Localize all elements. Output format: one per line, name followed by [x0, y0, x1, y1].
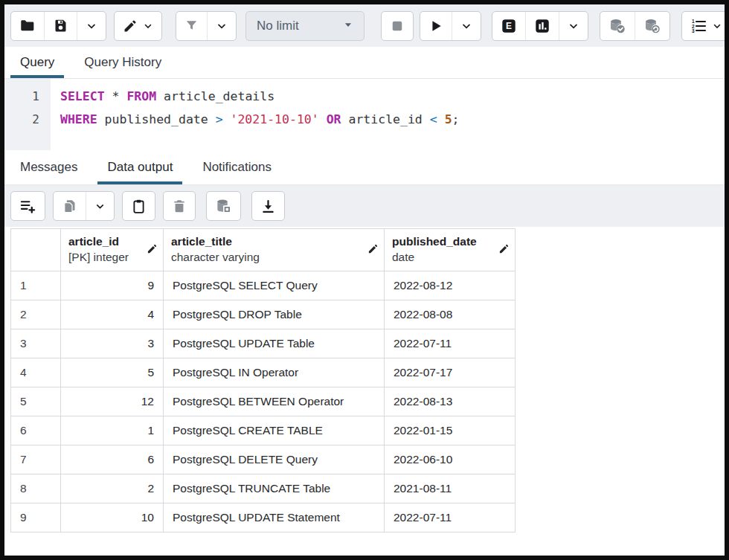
tab-notifications-label: Notifications — [202, 160, 272, 175]
open-file-icon — [19, 18, 36, 34]
tab-data-output[interactable]: Data output — [97, 150, 182, 184]
article-id-cell[interactable]: 2 — [61, 474, 164, 503]
published-date-cell[interactable]: 2022-07-11 — [385, 503, 516, 532]
article-title-cell[interactable]: PostgreSQL UPDATE Statement — [164, 503, 385, 532]
sql-token: OR — [327, 112, 341, 126]
edit-column-icon — [367, 245, 379, 257]
published-date-cell[interactable]: 2022-01-15 — [385, 416, 516, 445]
rollback-button[interactable] — [635, 12, 669, 40]
edit-dropdown-button[interactable] — [115, 12, 161, 40]
column-header-article-id[interactable]: article_id [PK] integer — [61, 229, 164, 271]
article-id-cell[interactable]: 1 — [61, 416, 164, 445]
article-id-cell[interactable]: 3 — [61, 329, 164, 358]
copy-dropdown-button[interactable] — [86, 192, 114, 220]
table-row: 2 4 PostgreSQL DROP Table 2022-08-08 — [11, 300, 516, 329]
tab-messages[interactable]: Messages — [10, 150, 87, 184]
article-title-cell[interactable]: PostgreSQL DROP Table — [164, 300, 385, 329]
sql-code-area[interactable]: SELECT * FROM article_details WHERE publ… — [51, 79, 725, 150]
grid-corner-cell[interactable] — [11, 229, 61, 271]
published-date-cell[interactable]: 2022-08-08 — [385, 300, 516, 329]
commit-button[interactable] — [600, 12, 635, 40]
published-date-cell[interactable]: 2022-08-12 — [385, 271, 516, 300]
row-number-cell[interactable]: 9 — [11, 503, 61, 532]
line-number-gutter: 1 2 — [4, 79, 51, 150]
row-limit-select[interactable]: No limit — [245, 11, 364, 41]
stop-button[interactable] — [382, 12, 413, 40]
stop-button-group — [381, 11, 414, 41]
edit-column-icon — [498, 245, 510, 257]
tab-query-label: Query — [20, 55, 54, 70]
row-number-cell[interactable]: 5 — [11, 387, 61, 416]
transaction-button-group — [600, 11, 670, 41]
table-row: 3 3 PostgreSQL UPDATE Table 2022-07-11 — [11, 329, 516, 358]
published-date-cell[interactable]: 2022-07-17 — [385, 358, 516, 387]
row-number-cell[interactable]: 2 — [11, 300, 61, 329]
macros-button[interactable]: 123 — [682, 12, 729, 40]
open-file-button[interactable] — [11, 12, 44, 40]
explain-button-group: E — [492, 11, 588, 41]
paste-group — [122, 191, 155, 221]
article-id-cell[interactable]: 5 — [61, 358, 164, 387]
published-date-cell[interactable]: 2022-07-11 — [385, 329, 516, 358]
row-number-cell[interactable]: 7 — [11, 445, 61, 474]
row-number-cell[interactable]: 8 — [11, 474, 61, 503]
add-row-button[interactable] — [11, 192, 45, 220]
data-output-grid: article_id [PK] integer article_title ch… — [4, 227, 725, 532]
row-number-cell[interactable]: 4 — [11, 358, 61, 387]
published-date-cell[interactable]: 2021-08-11 — [385, 474, 516, 503]
tab-query[interactable]: Query — [10, 47, 64, 78]
save-file-button[interactable] — [44, 12, 77, 40]
tab-query-history[interactable]: Query History — [74, 47, 171, 78]
filter-button[interactable] — [176, 12, 207, 40]
published-date-cell[interactable]: 2022-08-13 — [385, 387, 516, 416]
save-data-icon — [215, 198, 232, 215]
sql-editor[interactable]: 1 2 SELECT * FROM article_details WHERE … — [4, 79, 725, 150]
explain-analyze-button[interactable] — [525, 12, 559, 40]
column-header-published-date[interactable]: published_date date — [385, 229, 516, 271]
article-id-cell[interactable]: 6 — [61, 445, 164, 474]
delete-group — [163, 191, 196, 221]
chevron-down-icon — [86, 20, 97, 32]
tab-query-history-label: Query History — [84, 55, 161, 70]
article-title-cell[interactable]: PostgreSQL SELECT Query — [164, 271, 385, 300]
column-header-article-title[interactable]: article_title character varying — [164, 229, 385, 271]
edit-column-button[interactable] — [147, 243, 158, 257]
sql-token: published_date — [97, 112, 216, 126]
article-title-cell[interactable]: PostgreSQL CREATE TABLE — [164, 416, 385, 445]
svg-text:E: E — [506, 21, 512, 31]
filter-dropdown-button[interactable] — [207, 12, 236, 40]
article-title-cell[interactable]: PostgreSQL DELETE Query — [164, 445, 385, 474]
article-title-cell[interactable]: PostgreSQL TRUNCATE Table — [164, 474, 385, 503]
row-number-cell[interactable]: 3 — [11, 329, 61, 358]
explain-button[interactable]: E — [492, 12, 525, 40]
add-row-group — [10, 191, 45, 221]
article-title-cell[interactable]: PostgreSQL IN Operator — [164, 358, 385, 387]
sql-token: > — [216, 112, 231, 126]
row-number-cell[interactable]: 6 — [11, 416, 61, 445]
save-data-button[interactable] — [207, 192, 240, 220]
copy-button[interactable] — [54, 192, 86, 220]
article-title-cell[interactable]: PostgreSQL BETWEEN Operator — [164, 387, 385, 416]
article-title-cell[interactable]: PostgreSQL UPDATE Table — [164, 329, 385, 358]
explain-dropdown-button[interactable] — [559, 12, 588, 40]
execute-button[interactable] — [420, 12, 452, 40]
edit-button-group — [114, 11, 162, 41]
edit-column-button[interactable] — [367, 243, 379, 257]
delete-row-button[interactable] — [164, 192, 195, 220]
published-date-cell[interactable]: 2022-06-10 — [385, 445, 516, 474]
sql-token: '2021-10-10' — [231, 112, 319, 126]
edit-column-button[interactable] — [498, 243, 510, 257]
tab-notifications[interactable]: Notifications — [193, 150, 281, 184]
article-id-cell[interactable]: 10 — [61, 503, 164, 532]
table-row: 7 6 PostgreSQL DELETE Query 2022-06-10 — [11, 445, 516, 474]
article-id-cell[interactable]: 9 — [61, 271, 164, 300]
paste-button[interactable] — [123, 192, 155, 220]
download-button[interactable] — [252, 192, 284, 220]
execute-dropdown-button[interactable] — [452, 12, 481, 40]
column-name: published_date — [392, 234, 495, 250]
article-id-cell[interactable]: 12 — [61, 387, 164, 416]
article-id-cell[interactable]: 4 — [61, 300, 164, 329]
row-number-cell[interactable]: 1 — [11, 271, 61, 300]
column-type: date — [392, 250, 495, 265]
save-dropdown-button[interactable] — [77, 12, 106, 40]
